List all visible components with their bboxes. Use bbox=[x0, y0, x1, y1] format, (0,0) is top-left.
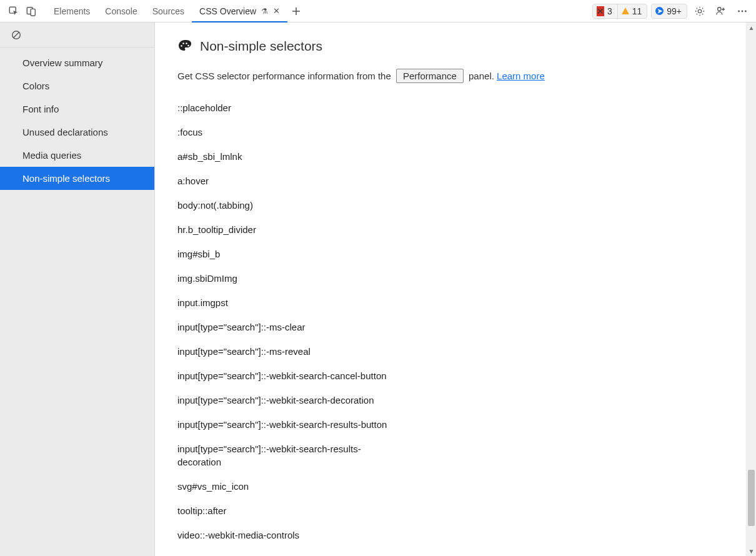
info-suffix: panel. bbox=[469, 71, 494, 81]
performance-button[interactable]: Performance bbox=[396, 69, 464, 83]
selector-item[interactable]: video::-webkit-media-controls bbox=[177, 523, 402, 547]
selector-item[interactable]: input.imgpst bbox=[177, 290, 402, 315]
feedback-icon[interactable] bbox=[712, 2, 730, 20]
more-icon[interactable] bbox=[734, 2, 751, 20]
issues-pill[interactable]: ➤ 99+ bbox=[651, 4, 687, 19]
svg-point-12 bbox=[187, 45, 189, 47]
sidebar-item-unused-declarations[interactable]: Unused declarations bbox=[0, 121, 154, 144]
learn-more-link[interactable]: Learn more bbox=[497, 71, 545, 81]
tab-elements[interactable]: Elements bbox=[46, 0, 97, 22]
add-tab-button[interactable] bbox=[287, 0, 305, 22]
close-icon[interactable]: ✕ bbox=[273, 6, 280, 16]
scroll-down-icon[interactable]: ▼ bbox=[747, 546, 756, 556]
selector-item[interactable]: body:not(.tabbing) bbox=[177, 193, 402, 217]
toolbar-right: ✕ 3 11 ➤ 99+ bbox=[592, 0, 756, 22]
issues-icon: ➤ bbox=[655, 7, 664, 15]
sidebar-item-media-queries[interactable]: Media queries bbox=[0, 144, 154, 167]
content-scroll: Non-simple selectors Get CSS selector pe… bbox=[155, 22, 746, 556]
tab-console[interactable]: Console bbox=[97, 0, 144, 22]
svg-point-11 bbox=[186, 42, 187, 44]
sidebar: Overview summaryColorsFont infoUnused de… bbox=[0, 22, 155, 556]
selector-item[interactable]: input[type="search"]::-ms-reveal bbox=[177, 339, 402, 364]
selector-item[interactable]: ::placeholder bbox=[177, 96, 402, 120]
selector-item[interactable]: svg#vs_mic_icon bbox=[177, 474, 402, 499]
error-icon: ✕ bbox=[597, 6, 604, 16]
sidebar-item-font-info[interactable]: Font info bbox=[0, 97, 154, 121]
selector-item[interactable]: input[type="search"]::-webkit-search-res… bbox=[177, 437, 402, 474]
svg-point-7 bbox=[745, 10, 747, 12]
tab-label: Sources bbox=[152, 6, 184, 16]
scroll-thumb[interactable] bbox=[748, 470, 755, 526]
tab-sources[interactable]: Sources bbox=[145, 0, 192, 22]
info-prefix: Get CSS selector performance information… bbox=[177, 71, 391, 81]
experimental-icon: ⚗ bbox=[261, 7, 268, 16]
info-line: Get CSS selector performance information… bbox=[177, 69, 721, 83]
selector-item[interactable]: a:hover bbox=[177, 169, 402, 193]
console-counts-pill[interactable]: ✕ 3 11 bbox=[592, 4, 647, 19]
section-header: Non-simple selectors bbox=[177, 39, 721, 54]
toolbar-tabs: ElementsConsoleSourcesCSS Overview⚗✕ bbox=[46, 0, 287, 22]
tab-label: Elements bbox=[54, 6, 90, 16]
errors-count-value: 3 bbox=[607, 6, 612, 16]
selector-item[interactable]: img#sbi_b bbox=[177, 242, 402, 266]
scroll-up-icon[interactable]: ▲ bbox=[747, 22, 756, 32]
selector-item[interactable]: tooltip::after bbox=[177, 499, 402, 523]
selector-item[interactable]: input[type="search"]::-webkit-search-can… bbox=[177, 364, 402, 388]
device-toggle-icon[interactable] bbox=[22, 2, 40, 20]
selector-item[interactable]: input[type="search"]::-ms-clear bbox=[177, 315, 402, 339]
tab-label: CSS Overview bbox=[199, 6, 256, 16]
main-layout: Overview summaryColorsFont infoUnused de… bbox=[0, 22, 756, 556]
scroll-track[interactable] bbox=[747, 32, 756, 546]
selector-item[interactable]: :focus bbox=[177, 120, 402, 144]
settings-icon[interactable] bbox=[691, 2, 709, 20]
toolbar-left bbox=[0, 0, 40, 22]
svg-point-3 bbox=[698, 9, 701, 12]
warning-icon bbox=[622, 7, 629, 14]
devtools-toolbar: ElementsConsoleSourcesCSS Overview⚗✕ ✕ 3… bbox=[0, 0, 756, 22]
section-title: Non-simple selectors bbox=[200, 39, 322, 54]
tab-label: Console bbox=[105, 6, 137, 16]
palette-icon bbox=[177, 39, 192, 54]
sidebar-item-overview-summary[interactable]: Overview summary bbox=[0, 51, 154, 74]
selector-item[interactable]: img.sbiDmImg bbox=[177, 266, 402, 290]
svg-point-6 bbox=[742, 10, 744, 12]
tab-css-overview[interactable]: CSS Overview⚗✕ bbox=[192, 0, 287, 22]
svg-point-9 bbox=[181, 45, 182, 47]
svg-rect-2 bbox=[31, 9, 35, 16]
sidebar-list: Overview summaryColorsFont infoUnused de… bbox=[0, 47, 154, 190]
inspect-element-icon[interactable] bbox=[5, 2, 22, 20]
errors-count[interactable]: ✕ 3 bbox=[593, 4, 617, 18]
selector-item[interactable]: input[type="search"]::-webkit-search-res… bbox=[177, 412, 402, 437]
selector-item[interactable]: hr.b_tooltip_divider bbox=[177, 217, 402, 242]
warnings-count-value: 11 bbox=[632, 6, 642, 16]
warnings-count[interactable]: 11 bbox=[618, 4, 647, 18]
svg-point-10 bbox=[182, 42, 184, 44]
content-area: Non-simple selectors Get CSS selector pe… bbox=[155, 22, 756, 556]
selector-list: ::placeholder:focusa#sb_sbi_lmlnka:hover… bbox=[177, 96, 402, 547]
sidebar-item-non-simple-selectors[interactable]: Non-simple selectors bbox=[0, 167, 154, 190]
svg-point-4 bbox=[718, 7, 721, 10]
issues-count-value: 99+ bbox=[667, 6, 682, 16]
clear-icon[interactable] bbox=[7, 26, 25, 44]
vertical-scrollbar[interactable]: ▲ ▼ bbox=[746, 22, 756, 556]
secondary-toolbar bbox=[0, 22, 155, 47]
svg-point-5 bbox=[738, 10, 740, 12]
selector-item[interactable]: a#sb_sbi_lmlnk bbox=[177, 144, 402, 169]
selector-item[interactable]: input[type="search"]::-webkit-search-dec… bbox=[177, 388, 402, 412]
sidebar-item-colors[interactable]: Colors bbox=[0, 74, 154, 97]
